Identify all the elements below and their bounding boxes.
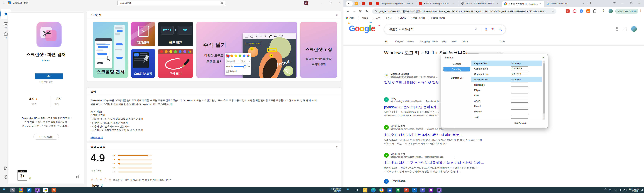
tab-close-icon[interactable]: ×	[497, 2, 498, 5]
taskbar-outlook-icon[interactable]: O	[27, 188, 32, 193]
reload-icon[interactable]: ⟳	[359, 9, 362, 13]
scroll-down-icon[interactable]: ▼	[543, 117, 544, 119]
result-title[interactable]: 윈도우11 캡처 도구 스크린샷 자동저장 기능 켜거나 끄는법 알아 ...	[384, 161, 484, 165]
maximize-button[interactable]: □	[330, 1, 332, 4]
profile-avatar[interactable]	[608, 9, 613, 13]
tray-chevron-icon[interactable]	[604, 188, 606, 191]
settings-nav-general[interactable]: General	[444, 61, 470, 66]
result-menu-icon[interactable]: ⋮	[454, 128, 456, 130]
result-site[interactable]: Microsoft Support	[390, 73, 409, 75]
bookmark-item[interactable]: Web Hosting	[413, 17, 425, 19]
app-developer-link[interactable]: IOForth	[8, 59, 84, 62]
size-dropdown[interactable]: 12 pt˅	[240, 59, 251, 63]
tab-close-icon[interactable]: ×	[453, 2, 454, 5]
taskbar-office-icon[interactable]: ✉	[52, 188, 56, 193]
settings-nav-contact[interactable]: Contact Us	[444, 75, 470, 80]
filter-tab-shopping[interactable]: Shopping	[420, 40, 430, 43]
taskbar-tool-icon[interactable]: ⚙	[10, 188, 15, 193]
capture-file-shortcut-input[interactable]	[511, 72, 528, 76]
volume-icon[interactable]	[619, 189, 622, 192]
filter-tab-videos[interactable]: Videos	[406, 40, 414, 43]
chrome-menu-icon[interactable]: ⋮	[639, 9, 642, 12]
battery-icon[interactable]	[623, 189, 626, 191]
taskbar-outlook-icon[interactable]: O	[412, 188, 417, 193]
open-button[interactable]: 열기	[35, 73, 63, 79]
taskbar-powerpoint-icon[interactable]: P	[404, 188, 408, 193]
home-icon[interactable]	[366, 9, 369, 13]
tab-close-icon[interactable]: ×	[540, 2, 541, 5]
outlined-checkbox[interactable]	[226, 70, 228, 73]
result-menu-icon[interactable]: ⋮	[453, 156, 455, 158]
pencil-shortcut-input[interactable]	[511, 104, 528, 108]
age-rating-link[interactable]: 3+	[29, 177, 31, 179]
result-site[interactable]: 네이버 블로그	[390, 125, 405, 128]
result-title[interactable]: 캡처 도구를 사용하여 스크린샷 캡처	[384, 80, 439, 85]
library-icon[interactable]	[4, 166, 8, 170]
pinned-tab-fortinet-icon[interactable]: :::	[362, 2, 365, 5]
new-chrome-pill[interactable]: New Chrome available	[616, 8, 638, 14]
google-logo[interactable]: Google	[349, 23, 375, 33]
color-green[interactable]	[239, 54, 241, 57]
taskbar-clock[interactable]: 10:14:38 AM 9/5/2024	[330, 188, 341, 192]
settings-scrollbar[interactable]: ▲ ▼	[542, 61, 545, 120]
tray-clock[interactable]: 10:14:38 AM 9/5/2024	[628, 188, 639, 192]
labs-icon[interactable]	[615, 27, 619, 31]
downloads-icon[interactable]: ⇩	[602, 9, 604, 12]
mic-icon[interactable]	[484, 27, 488, 32]
tab-3[interactable]: fortinac::7.4::FortiNAC-VM-CA ×	[460, 1, 501, 6]
tab-close-icon[interactable]: ×	[583, 2, 584, 5]
taskbar-excel-icon[interactable]: X	[396, 188, 400, 193]
color-yellow[interactable]	[234, 54, 237, 57]
new-tab-button[interactable]: +	[590, 1, 592, 5]
share-icon[interactable]	[76, 175, 80, 179]
filter-tab-news[interactable]: News	[432, 40, 438, 43]
start-button[interactable]	[346, 188, 351, 193]
rate-stars[interactable]: ☆☆☆☆☆	[90, 177, 113, 181]
google-profile-avatar[interactable]	[631, 26, 637, 32]
opacity-knob[interactable]	[243, 65, 246, 68]
filter-tab-more[interactable]: ⋮ More	[460, 40, 468, 43]
gallery-card-scrolling[interactable]: Done 스크롤링 캡쳐	[93, 22, 128, 78]
gallery-card-annotate-big[interactable]: 주석 달기 다양한 도구로 콘텐츠 표시 ╱ ↗ ✎ Aa 1	[196, 22, 297, 78]
gallery-card-pin-right[interactable]: 스크린샷 고정 필요한 콘텐츠를 항상 보이게 유지	[300, 22, 337, 78]
tab-1[interactable]: ::: Comprehensive guide for a sim ×	[376, 1, 416, 6]
back-icon[interactable]: ←	[2, 1, 6, 4]
taskbar-chrome-icon[interactable]	[379, 188, 384, 193]
color-red[interactable]	[226, 54, 229, 57]
settings-close-icon[interactable]: ×	[542, 56, 544, 59]
taskbar-explorer-icon[interactable]: 📁	[363, 188, 368, 193]
taskbar-edge-icon[interactable]: e	[371, 188, 376, 193]
search-icon[interactable]	[221, 2, 224, 4]
bookmark-item[interactable]: home source	[432, 17, 445, 19]
lens-icon[interactable]	[491, 27, 495, 31]
taskbar-store-icon[interactable]	[43, 188, 48, 193]
ext-clipboard-icon[interactable]	[593, 9, 596, 13]
screenshots-section-chevron-icon[interactable]: ›	[336, 13, 337, 16]
account-avatar[interactable]: DH	[304, 0, 308, 5]
bookmark-item[interactable]: CISCO	[400, 17, 406, 19]
google-search-box[interactable]: 윈도우 스크린샷 11 ×	[384, 25, 506, 34]
line-shortcut-input[interactable]	[511, 93, 528, 97]
ext-idm-icon[interactable]: ↓	[580, 9, 583, 13]
minimize-button[interactable]: —	[321, 1, 324, 4]
result-site[interactable]: ITWorld Korea	[390, 180, 406, 182]
chrome-close-button[interactable]: ×	[639, 1, 640, 5]
gallery-card-annotate[interactable]: 주석 달기	[158, 49, 193, 78]
taskbar-screenshot-app-icon[interactable]	[35, 188, 40, 193]
back-icon[interactable]: ←	[346, 9, 350, 13]
settings-nav-shortkey[interactable]: ShortKey	[444, 67, 470, 71]
pinned-tab-fortinet2-icon[interactable]: :::	[369, 2, 372, 5]
filter-tab-web[interactable]: Web	[452, 40, 456, 43]
scroll-up-icon[interactable]: ▲	[543, 61, 544, 63]
search-submit-icon[interactable]	[498, 27, 502, 31]
mosaic-shortcut-input[interactable]	[511, 109, 528, 113]
gallery-card-capture[interactable]: ✂ 캡쳐화면	[131, 22, 155, 46]
capture-area-shortcut-input[interactable]	[511, 66, 528, 70]
notification-bell-icon[interactable]	[640, 189, 643, 192]
tab-4-active[interactable]: 윈도우 스크린샷 11 - Google Se ×	[502, 1, 544, 7]
google-apps-grid-icon[interactable]	[624, 27, 627, 31]
help-icon[interactable]: ?	[4, 175, 8, 179]
color-blue[interactable]	[243, 54, 246, 57]
ime-indicator[interactable]: 한	[609, 189, 611, 192]
result-site[interactable]: 네이버 블로그	[390, 153, 405, 156]
